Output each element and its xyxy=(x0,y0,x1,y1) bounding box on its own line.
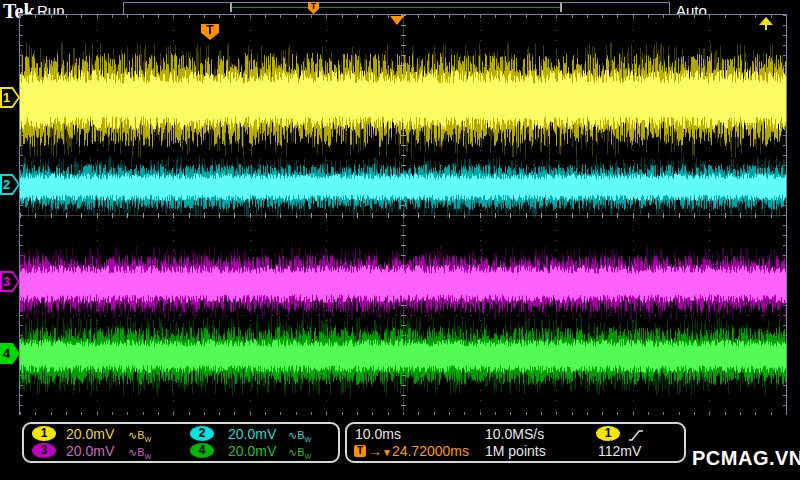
watermark: PCMAG.VN xyxy=(692,447,800,470)
trigger-delay-value: 24.72000ms xyxy=(392,443,469,459)
record-length: 1M points xyxy=(485,443,546,460)
ch1-badge: 1 xyxy=(32,426,56,441)
clip-up-arrow-icon xyxy=(758,17,774,30)
trigger-delay-arrow-icon: →▼24.72000ms xyxy=(368,443,469,461)
expansion-point-triangle-icon xyxy=(390,16,404,25)
waveform-canvas xyxy=(20,15,786,415)
trigger-source-badge: 1 xyxy=(596,426,620,441)
readout-bar: 1 20.0mV ∿BW 2 20.0mV ∿BW 3 20.0mV ∿BW 4… xyxy=(0,415,800,480)
trigger-position-flag-icon: T xyxy=(308,2,319,14)
trigger-level: 112mV xyxy=(598,443,641,460)
marker-label: 4 xyxy=(0,345,13,362)
horizontal-trigger-readout-box: 10.0ms 10.0MS/s 1 T →▼24.72000ms 1M poin… xyxy=(345,422,686,463)
ch2-badge: 2 xyxy=(190,426,214,441)
ch4-coupling-bw-icon: ∿BW xyxy=(288,443,311,465)
trigger-t-icon: T xyxy=(354,445,366,457)
window-bracket-right xyxy=(560,3,562,12)
oscilloscope-screen: Tek Run Auto T T 1 2 3 4 1 20.0mV xyxy=(0,0,800,480)
ch3-badge: 3 xyxy=(32,443,56,458)
ch4-badge: 4 xyxy=(190,443,214,458)
graticule xyxy=(20,15,786,415)
arrow-stem xyxy=(765,24,767,30)
marker-label: 2 xyxy=(0,176,13,193)
marker-label: 1 xyxy=(0,89,13,106)
record-line xyxy=(232,7,560,8)
ch1-scale: 20.0mV xyxy=(66,426,114,443)
ch2-scale: 20.0mV xyxy=(228,426,276,443)
ch2-position-marker: 2 xyxy=(0,174,20,195)
ch1-position-marker: 1 xyxy=(0,87,20,108)
ch4-scale: 20.0mV xyxy=(228,443,276,460)
ch3-scale: 20.0mV xyxy=(66,443,114,460)
acquisition-preview-bar: T xyxy=(123,2,670,15)
time-per-division: 10.0ms xyxy=(355,426,401,443)
ch3-position-marker: 3 xyxy=(0,271,20,292)
channel-readout-box: 1 20.0mV ∿BW 2 20.0mV ∿BW 3 20.0mV ∿BW 4… xyxy=(22,422,340,463)
ch3-coupling-bw-icon: ∿BW xyxy=(128,443,151,465)
marker-label: 3 xyxy=(0,273,13,290)
ch4-position-marker: 4 xyxy=(0,343,20,364)
sample-rate: 10.0MS/s xyxy=(485,426,544,443)
